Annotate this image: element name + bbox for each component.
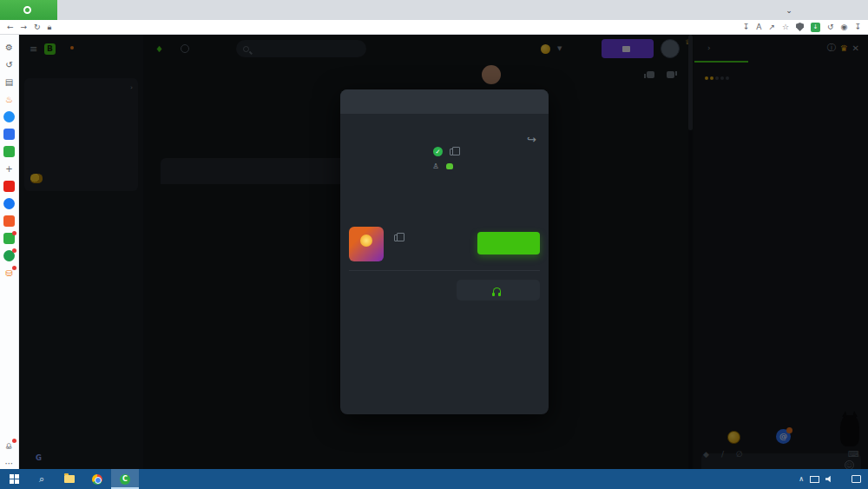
- messenger-icon[interactable]: [3, 111, 15, 122]
- currency-selector[interactable]: ▼: [541, 44, 562, 54]
- modal-game-row: [349, 227, 540, 267]
- avatar: [482, 65, 501, 84]
- star-progress: [705, 67, 731, 83]
- chat-info-icon[interactable]: ⓘ: [827, 42, 836, 54]
- address-bar: ← → ↻ 🔒︎ ↧ A ↗ ☆ ↓ ↺ ◉ ↧: [0, 20, 868, 35]
- windows-taskbar: ⌕ C ∧: [0, 469, 868, 489]
- file-explorer-icon[interactable]: [56, 469, 83, 489]
- newsfeed-icon[interactable]: ▤: [3, 76, 15, 88]
- doge-coin-icon: [541, 44, 550, 54]
- thumbs-up-icon[interactable]: [647, 71, 654, 78]
- games-icon[interactable]: [3, 146, 15, 157]
- chevron-right-icon: ›: [707, 43, 711, 52]
- coccoc-taskbar-icon[interactable]: C: [111, 469, 139, 489]
- facebook-icon[interactable]: [3, 198, 15, 209]
- bet-by-line: ♙: [340, 162, 549, 170]
- screen: ⌄ ← → ↻ 🔒︎ ↧ A ↗ ☆ ↓ ↺ ◉ ↧ ⚙ ↺ ▤ ♨: [0, 0, 868, 489]
- commands-icon[interactable]: /: [721, 450, 724, 459]
- dice-icon[interactable]: ◆: [703, 450, 709, 459]
- lock-icon: 🔒︎: [48, 23, 52, 32]
- casino-icon: ♦: [155, 44, 163, 54]
- copy-icon[interactable]: [450, 149, 456, 155]
- downloads-tray-icon[interactable]: ↧: [854, 23, 861, 31]
- copy-icon[interactable]: [394, 235, 400, 241]
- payment-methods: G: [28, 453, 49, 462]
- chrome-icon[interactable]: [83, 469, 111, 489]
- taskbar-search-icon[interactable]: ⌕: [28, 469, 56, 489]
- site-sidebar: ≡ B › G: [19, 35, 143, 469]
- verified-check-icon: ✓: [433, 147, 443, 156]
- coccoc-hot-icon[interactable]: ♨: [3, 94, 15, 105]
- play-now-button[interactable]: [477, 232, 540, 254]
- notifications-bell-icon[interactable]: 🕭︎: [3, 440, 15, 452]
- wallet-icon: [622, 46, 630, 52]
- network-icon[interactable]: [810, 476, 819, 483]
- bet-stats-row: [349, 180, 540, 218]
- thumbs-down-icon[interactable]: [667, 71, 674, 78]
- youtube-icon[interactable]: [3, 181, 15, 192]
- chevron-down-icon: ▼: [557, 45, 562, 52]
- tab-sports[interactable]: [181, 44, 224, 53]
- adblock-shield-icon[interactable]: [796, 23, 804, 31]
- download-extension-icon[interactable]: ↓: [811, 23, 820, 32]
- live-support-button[interactable]: [457, 280, 540, 301]
- user-avatar[interactable]: [661, 39, 680, 58]
- chat-trophy-icon[interactable]: ♛: [840, 43, 848, 53]
- page-scrollbar[interactable]: [688, 35, 693, 469]
- chat-header: › ⓘ ♛ ✕: [694, 35, 868, 61]
- settings-gear-icon[interactable]: ⚙: [3, 42, 15, 53]
- add-app-icon[interactable]: +: [3, 163, 15, 175]
- bcgame-page: ≡ B › G ♦ ▼: [19, 35, 868, 469]
- promo-tree-icon[interactable]: [3, 250, 15, 261]
- sidebar-more-icon[interactable]: ⋯: [3, 458, 15, 469]
- gift-icon[interactable]: [3, 233, 15, 244]
- chat-message-input[interactable]: [708, 460, 845, 469]
- zalo-icon[interactable]: [3, 129, 15, 140]
- game-search[interactable]: [236, 40, 366, 57]
- vip-more-link[interactable]: ›: [130, 83, 133, 91]
- translate-icon[interactable]: A: [756, 23, 761, 31]
- keyboard-icon[interactable]: ⌨: [848, 450, 859, 459]
- game-thumbnail[interactable]: [349, 227, 384, 261]
- coccoc-logo[interactable]: [0, 0, 57, 20]
- reload-icon[interactable]: ↻: [34, 23, 41, 31]
- cat-sticker: [840, 415, 859, 446]
- start-button[interactable]: [0, 469, 28, 489]
- window-controls: ⌄: [778, 0, 868, 20]
- pinned-post-row[interactable]: ⋮: [482, 63, 694, 87]
- browser-tab-bar: ⌄: [0, 0, 868, 20]
- share-icon[interactable]: ↗: [768, 23, 775, 31]
- shopping-icon[interactable]: [3, 215, 15, 227]
- back-icon[interactable]: ←: [7, 23, 14, 31]
- game-id-line: [391, 235, 400, 241]
- hamburger-menu-icon[interactable]: ≡: [30, 43, 37, 55]
- rules-icon[interactable]: ∅: [736, 450, 743, 459]
- chat-messages: [694, 63, 868, 83]
- volume-icon[interactable]: [825, 475, 833, 483]
- forward-icon[interactable]: →: [21, 23, 28, 31]
- cart-icon[interactable]: ⛁: [3, 268, 15, 279]
- chat-close-icon[interactable]: ✕: [852, 43, 859, 53]
- wallet-button[interactable]: [602, 39, 654, 58]
- bookmark-star-icon[interactable]: ☆: [782, 23, 789, 31]
- modal-header: [340, 89, 549, 114]
- tab-search-icon[interactable]: ⌄: [778, 6, 800, 15]
- coccoc-logo-icon: [23, 6, 31, 14]
- share-arrow-icon[interactable]: ↪: [527, 133, 536, 146]
- sync-icon[interactable]: ↺: [827, 23, 834, 31]
- mention-badge-icon[interactable]: @: [776, 429, 791, 444]
- save-page-icon[interactable]: ↧: [743, 23, 750, 31]
- google-pay-logo: G: [36, 453, 42, 462]
- tab-casino[interactable]: ♦: [155, 44, 167, 54]
- history-icon[interactable]: ↺: [3, 59, 15, 70]
- system-tray: ∧: [799, 469, 868, 489]
- referral-banner[interactable]: [24, 167, 138, 189]
- site-topbar: ♦ ▼ ♕ ≡ ✉: [143, 35, 694, 63]
- action-center-icon[interactable]: [852, 475, 861, 483]
- site-logo[interactable]: B: [44, 43, 59, 55]
- search-input[interactable]: [253, 45, 357, 53]
- emoji-smiley-icon[interactable]: ☺: [845, 460, 854, 470]
- hidden-icons-chevron[interactable]: ∧: [799, 475, 804, 483]
- profile-icon[interactable]: ◉: [841, 23, 848, 31]
- new-tab-button[interactable]: [57, 0, 75, 20]
